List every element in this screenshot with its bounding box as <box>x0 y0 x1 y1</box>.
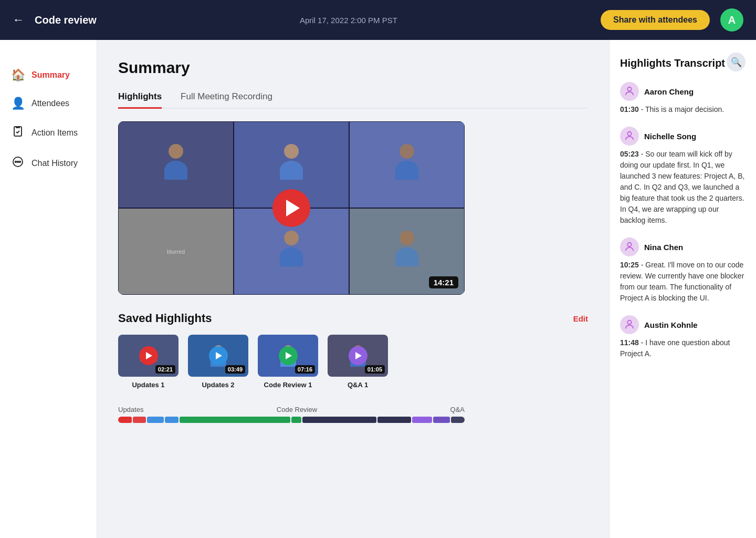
meeting-date: April 17, 2022 2:00 PM PST <box>107 16 590 25</box>
tl-seg-7 <box>302 417 376 423</box>
transcript-dash-4: - <box>641 338 646 347</box>
sidebar-label-action-items: Action Items <box>32 128 78 138</box>
svg-point-4 <box>19 161 20 162</box>
svg-point-6 <box>627 132 631 136</box>
highlight-card-3[interactable]: 07:16 Code Review 1 <box>258 335 318 389</box>
share-button[interactable]: Share with attendees <box>601 10 710 30</box>
home-icon: 🏠 <box>10 68 25 82</box>
speaker-avatar-4 <box>620 315 639 334</box>
speaker-name-4: Austin Kohnle <box>644 320 698 329</box>
transcript-entry-2: Nichelle Song 05:23 - So our team will k… <box>620 127 746 226</box>
sidebar-item-action-items[interactable]: Action Items <box>0 118 97 148</box>
highlight-thumb-1: 02:21 <box>118 335 178 377</box>
highlights-grid: 02:21 Updates 1 03:49 <box>118 335 588 389</box>
timeline-label-qa: Q&A <box>450 406 465 413</box>
svg-point-8 <box>627 320 631 324</box>
edit-link[interactable]: Edit <box>573 314 588 323</box>
tab-full-recording[interactable]: Full Meeting Recording <box>181 91 272 109</box>
saved-highlights-title: Saved Highlights <box>118 312 212 325</box>
transcript-entry-1: Aaron Cheng 01:30 - This is a major deci… <box>620 82 746 115</box>
tl-seg-3 <box>147 417 164 423</box>
clipboard-icon <box>10 125 25 141</box>
right-panel-title: Highlights Transcript <box>620 57 725 69</box>
page-title: Summary <box>118 59 588 77</box>
highlight-dur-3: 07:16 <box>295 365 315 374</box>
avatar[interactable]: A <box>720 8 743 32</box>
highlight-dur-2: 03:49 <box>225 365 245 374</box>
tl-seg-5 <box>180 417 290 423</box>
tl-seg-4 <box>165 417 178 423</box>
svg-point-5 <box>627 87 631 91</box>
highlight-dur-4: 01:05 <box>365 365 385 374</box>
video-cell-3 <box>349 121 465 208</box>
video-cell-1 <box>118 121 234 208</box>
video-player[interactable]: blurred 14:21 <box>118 121 465 295</box>
play-button[interactable] <box>272 189 310 227</box>
transcript-dash-1: - <box>641 105 645 113</box>
meeting-title: Code review <box>35 14 97 26</box>
highlight-name-1: Updates 1 <box>132 381 164 389</box>
highlight-play-3 <box>279 346 298 365</box>
transcript-dash-2: - <box>641 150 646 158</box>
timestamp-1: 01:30 <box>620 105 639 113</box>
highlight-card-4[interactable]: 01:05 Q&A 1 <box>328 335 388 389</box>
transcript-speaker-3: Nina Chen <box>620 237 746 256</box>
svg-point-7 <box>627 243 631 246</box>
transcript-text-2: 05:23 - So our team will kick off by doi… <box>620 149 746 226</box>
highlight-name-3: Code Review 1 <box>264 381 312 389</box>
transcript-speaker-2: Nichelle Song <box>620 127 746 146</box>
sidebar-label-summary: Summary <box>32 70 70 80</box>
transcript-body-3: Great. I'll move on to our code review. … <box>620 261 744 302</box>
speaker-name-2: Nichelle Song <box>644 132 696 141</box>
speaker-avatar-1 <box>620 82 639 101</box>
highlight-thumb-2: 03:49 <box>188 335 248 377</box>
person-icon: 👤 <box>10 97 25 110</box>
sidebar-label-attendees: Attendees <box>32 99 69 108</box>
play-icon <box>286 200 300 216</box>
svg-point-3 <box>17 161 18 162</box>
speaker-name-3: Nina Chen <box>644 243 683 252</box>
sidebar-item-chat-history[interactable]: Chat History <box>0 148 97 179</box>
speaker-avatar-2 <box>620 127 639 146</box>
svg-point-2 <box>15 161 16 162</box>
main-content: Summary Highlights Full Meeting Recordin… <box>97 40 609 538</box>
highlight-play-4 <box>349 346 368 365</box>
highlight-card-1[interactable]: 02:21 Updates 1 <box>118 335 178 389</box>
search-button[interactable]: 🔍 <box>727 53 746 71</box>
timestamp-2: 05:23 <box>620 150 639 158</box>
timeline-bar[interactable] <box>118 417 465 423</box>
timeline-label-updates: Updates <box>118 406 143 413</box>
tl-seg-8 <box>377 417 411 423</box>
highlight-thumb-4: 01:05 <box>328 335 388 377</box>
tabs: Highlights Full Meeting Recording <box>118 91 588 109</box>
highlight-play-1 <box>139 346 158 365</box>
transcript-text-4: 11:48 - I have one question about Projec… <box>620 337 746 359</box>
transcript-body-2: So our team will kick off by doing our u… <box>620 150 744 224</box>
highlight-play-2 <box>209 346 228 365</box>
back-button[interactable]: ← <box>13 13 24 27</box>
timeline-labels: Updates Code Review Q&A <box>118 406 465 413</box>
speaker-name-1: Aaron Cheng <box>644 87 694 96</box>
highlight-card-2[interactable]: 03:49 Updates 2 <box>188 335 248 389</box>
timestamp-4: 11:48 <box>620 338 639 347</box>
transcript-speaker-4: Austin Kohnle <box>620 315 746 334</box>
transcript-entry-4: Austin Kohnle 11:48 - I have one questio… <box>620 315 746 359</box>
tl-seg-10 <box>433 417 450 423</box>
highlight-dur-1: 02:21 <box>155 365 175 374</box>
sidebar-item-summary[interactable]: 🏠 Summary <box>0 61 97 89</box>
tl-seg-2 <box>133 417 146 423</box>
sidebar: 🏠 Summary 👤 Attendees Action Items <box>0 40 97 538</box>
chat-icon <box>10 156 25 171</box>
highlight-name-4: Q&A 1 <box>348 381 368 389</box>
tab-highlights[interactable]: Highlights <box>118 91 162 109</box>
transcript-body-1: This is a major decision. <box>645 105 724 113</box>
right-panel: Highlights Transcript 🔍 Aaron Cheng 01:3… <box>609 40 756 538</box>
tl-seg-11 <box>451 417 465 423</box>
saved-highlights-header: Saved Highlights Edit <box>118 312 588 325</box>
tl-seg-9 <box>412 417 432 423</box>
sidebar-item-attendees[interactable]: 👤 Attendees <box>0 89 97 118</box>
header: ← Code review April 17, 2022 2:00 PM PST… <box>0 0 756 40</box>
transcript-text-1: 01:30 - This is a major decision. <box>620 104 746 115</box>
highlight-name-2: Updates 2 <box>202 381 234 389</box>
timeline-label-code-review: Code Review <box>277 406 317 413</box>
